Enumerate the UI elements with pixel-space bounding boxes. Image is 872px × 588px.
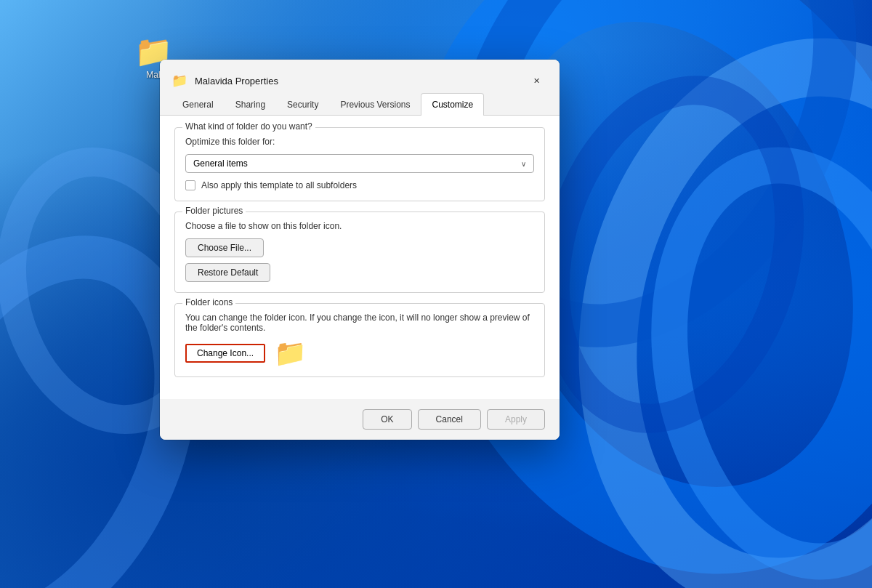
ok-button[interactable]: OK — [363, 409, 411, 430]
dialog-footer: OK Cancel Apply — [160, 399, 560, 440]
change-icon-button[interactable]: Change Icon... — [185, 344, 265, 363]
folder-icons-legend: Folder icons — [182, 297, 235, 307]
folder-icons-row: Change Icon... 📁 — [185, 340, 534, 366]
title-bar: 📁 Malavida Properties ✕ — [160, 60, 560, 93]
folder-pictures-legend: Folder pictures — [182, 206, 246, 216]
dialog-title: Malavida Properties — [195, 76, 517, 86]
folder-type-section: What kind of folder do you want? Optimiz… — [174, 127, 545, 201]
dropdown-value: General items — [193, 158, 248, 169]
tab-customize[interactable]: Customize — [421, 93, 484, 116]
apply-button[interactable]: Apply — [487, 409, 545, 430]
folder-pictures-section: Folder pictures Choose a file to show on… — [174, 212, 545, 293]
tab-security[interactable]: Security — [276, 93, 329, 116]
subfolder-checkbox-label: Also apply this template to all subfolde… — [201, 180, 357, 190]
close-button[interactable]: ✕ — [525, 71, 548, 90]
properties-dialog: 📁 Malavida Properties ✕ General Sharing … — [160, 60, 560, 440]
tab-previous-versions[interactable]: Previous Versions — [329, 93, 421, 116]
optimize-label: Optimize this folder for: — [185, 137, 534, 147]
tab-general[interactable]: General — [171, 93, 225, 116]
folder-pictures-desc: Choose a file to show on this folder ico… — [185, 221, 534, 231]
chevron-down-icon: ∨ — [521, 160, 526, 168]
optimize-dropdown[interactable]: General items ∨ — [185, 154, 534, 173]
folder-icons-desc: You can change the folder icon. If you c… — [185, 313, 534, 333]
subfolder-checkbox[interactable] — [185, 180, 195, 190]
folder-type-legend: What kind of folder do you want? — [182, 121, 315, 132]
folder-icons-section: Folder icons You can change the folder i… — [174, 303, 545, 377]
folder-icon-preview: 📁 — [274, 340, 307, 366]
folder-pictures-buttons: Choose File... Restore Default — [185, 238, 534, 282]
tab-bar: General Sharing Security Previous Versio… — [160, 93, 560, 116]
dialog-content: What kind of folder do you want? Optimiz… — [160, 116, 560, 399]
desktop-folder-label: Mal — [146, 70, 160, 80]
dialog-folder-icon: 📁 — [171, 73, 187, 89]
title-bar-controls: ✕ — [525, 71, 548, 90]
cancel-button[interactable]: Cancel — [418, 409, 481, 430]
choose-file-button[interactable]: Choose File... — [185, 238, 264, 257]
subfolder-checkbox-row: Also apply this template to all subfolde… — [185, 180, 534, 190]
tab-sharing[interactable]: Sharing — [225, 93, 276, 116]
restore-default-button[interactable]: Restore Default — [185, 263, 270, 282]
